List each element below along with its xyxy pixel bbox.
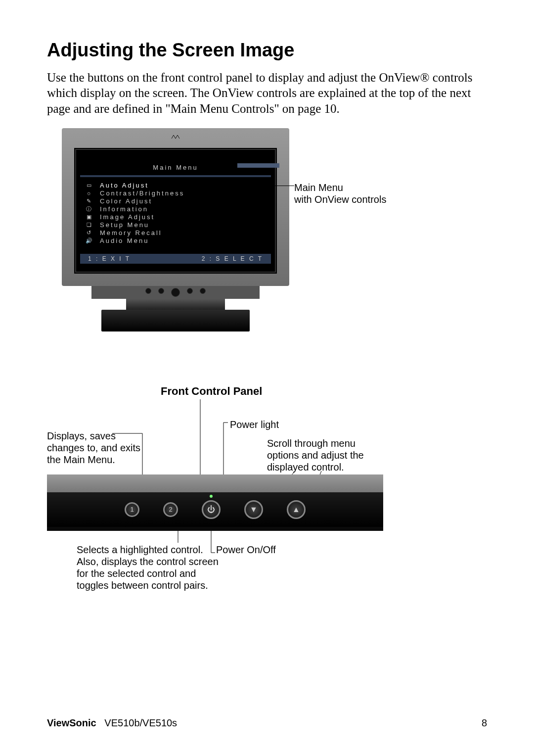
callout-line-1: Main Menu <box>294 182 386 193</box>
monitor-stand <box>101 310 250 331</box>
monitor-base <box>91 286 260 331</box>
osd-item-information: ⓘ Information <box>85 205 267 213</box>
down-arrow-icon: ▼ <box>250 505 258 514</box>
osd-item-label: Contrast/Brightness <box>100 189 184 197</box>
intro-paragraph: Use the buttons on the front control pan… <box>47 70 487 116</box>
osd-item-setup: ❏ Setup Menu <box>85 221 267 229</box>
callout-displays: Displays, saves changes to, and exits th… <box>47 430 146 466</box>
osd-footer-select: 2 : S E L E C T <box>202 255 263 262</box>
osd-item-label: Image Adjust <box>100 213 155 221</box>
front-panel-heading: Front Control Panel <box>161 385 262 398</box>
osd-footer-exit: 1 : E X I T <box>88 255 131 262</box>
osd-item-audio: 🔊 Audio Menu <box>85 237 267 244</box>
footer-model: VE510b/VE510s <box>104 717 177 728</box>
button-1: 1 <box>125 502 139 517</box>
osd-list: ▭ Auto Adjust ☼ Contrast/Brightness ✎ Co… <box>80 180 271 250</box>
footer-brand: ViewSonic <box>47 717 96 728</box>
monitor-frame: Main Menu ▭ Auto Adjust ☼ Contrast/Brigh… <box>62 128 289 286</box>
brightness-icon: ☼ <box>85 190 94 196</box>
front-power-button <box>171 288 180 297</box>
audio-icon: 🔊 <box>85 237 94 244</box>
osd-item-contrast: ☼ Contrast/Brightness <box>85 189 267 197</box>
osd-item-label: Auto Adjust <box>100 182 149 189</box>
osd-item-label: Memory Recall <box>100 229 162 236</box>
page-title: Adjusting the Screen Image <box>47 40 487 61</box>
osd-highlight-bar <box>237 163 279 168</box>
memory-icon: ↺ <box>85 230 94 236</box>
front-button <box>187 288 193 294</box>
osd-item-label: Setup Menu <box>100 221 149 229</box>
monitor-illustration: Main Menu ▭ Auto Adjust ☼ Contrast/Brigh… <box>62 128 289 331</box>
osd-item-label: Information <box>100 205 148 213</box>
power-icon: ⏻ <box>207 505 215 514</box>
footer-page-number: 8 <box>482 717 487 729</box>
panel-foot <box>47 527 383 531</box>
osd-item-label: Color Adjust <box>100 197 152 205</box>
setup-icon: ❏ <box>85 222 94 228</box>
footer-left: ViewSonic VE510b/VE510s <box>47 717 177 729</box>
osd-item-color: ✎ Color Adjust <box>85 197 267 205</box>
osd-divider <box>80 175 271 177</box>
auto-adjust-icon: ▭ <box>85 182 94 189</box>
down-button: ▼ <box>244 500 263 519</box>
callout-scroll: Scroll through menu options and adjust t… <box>267 437 381 473</box>
callout-line <box>235 186 294 186</box>
osd-item-image-adjust: ▣ Image Adjust <box>85 213 267 221</box>
callout-power-light: Power light <box>230 419 279 430</box>
up-arrow-icon: ▲ <box>292 505 300 514</box>
monitor-button-row <box>91 286 260 299</box>
osd-footer: 1 : E X I T 2 : S E L E C T <box>80 254 271 264</box>
callout-line-2: with OnView controls <box>294 193 386 205</box>
callout-main-menu: Main Menu with OnView controls <box>294 182 386 205</box>
front-button <box>200 288 206 294</box>
monitor-screen: Main Menu ▭ Auto Adjust ☼ Contrast/Brigh… <box>74 148 277 274</box>
callout-selects: Selects a highlighted control. Also, dis… <box>77 544 220 591</box>
image-adjust-icon: ▣ <box>85 214 94 220</box>
power-button: ⏻ <box>202 500 221 519</box>
front-button <box>158 288 164 294</box>
page-footer: ViewSonic VE510b/VE510s 8 <box>47 717 487 729</box>
panel-gray-strip <box>47 474 383 492</box>
osd-item-label: Audio Menu <box>100 237 149 244</box>
monitor-neck <box>126 299 225 310</box>
osd-item-memory: ↺ Memory Recall <box>85 229 267 236</box>
color-icon: ✎ <box>85 198 94 204</box>
power-led-icon <box>210 495 213 498</box>
monitor-logo-icon <box>171 134 180 140</box>
button-2: 2 <box>163 502 178 517</box>
panel-black-strip: 1 2 ⏻ ▼ ▲ <box>47 492 383 527</box>
button-label: 1 <box>130 506 134 513</box>
callout-power-onoff: Power On/Off <box>216 544 276 556</box>
figure-area: Main Menu ▭ Auto Adjust ☼ Contrast/Brigh… <box>47 128 492 633</box>
button-label: 2 <box>169 506 172 513</box>
front-panel-illustration: 1 2 ⏻ ▼ ▲ <box>47 474 383 531</box>
info-icon: ⓘ <box>85 205 94 213</box>
up-button: ▲ <box>287 500 306 519</box>
front-button <box>145 288 151 294</box>
